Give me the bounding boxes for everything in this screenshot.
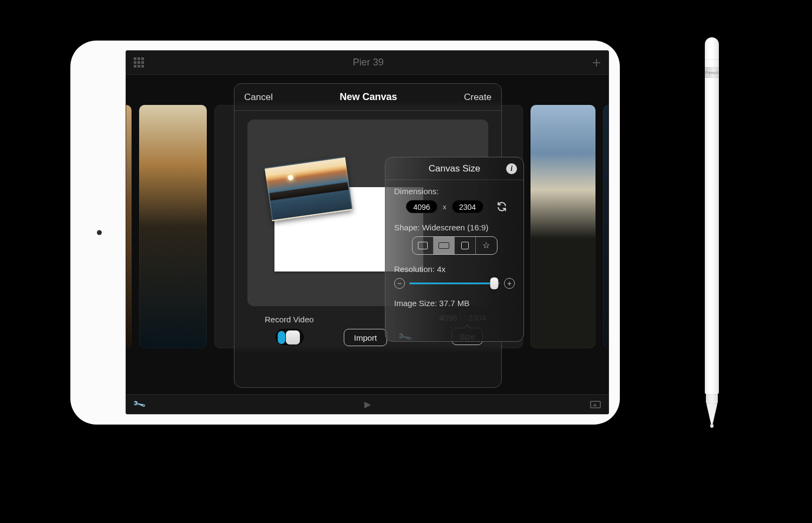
imported-photo-thumb[interactable] [265, 156, 352, 221]
record-video-toggle[interactable] [276, 329, 304, 345]
gallery-grid-icon[interactable] [134, 57, 145, 68]
height-input[interactable]: 2304 [452, 200, 483, 213]
modal-title: New Canvas [339, 91, 397, 103]
shape-widescreen-button[interactable] [434, 237, 455, 254]
modal-header: Cancel New Canvas Create [234, 84, 501, 111]
widescreen-icon [438, 242, 449, 249]
pencil-tip [706, 404, 717, 428]
slider-track [409, 283, 500, 284]
dimension-x-label: x [443, 203, 447, 211]
gallery-thumb[interactable] [531, 105, 595, 348]
gallery-thumb[interactable] [139, 105, 207, 348]
gallery-thumb[interactable] [603, 105, 608, 348]
square-icon [461, 242, 469, 249]
pencil-band-text: Pencil [705, 70, 719, 75]
canvas-size-popover: Canvas Size i Dimensions: 4096 x 2304 [385, 157, 524, 342]
tools-wrench-icon[interactable]: 🔧 [132, 397, 147, 411]
resolution-slider[interactable] [409, 278, 500, 289]
swap-dimensions-icon[interactable] [496, 201, 507, 212]
shape-standard-button[interactable] [412, 237, 434, 254]
resolution-minus-button[interactable]: − [394, 278, 405, 289]
resolution-plus-button[interactable]: + [504, 278, 515, 289]
star-icon: ☆ [482, 241, 490, 250]
record-video-label: Record Video [265, 315, 314, 324]
app-bottombar: 🔧 ▶ [126, 394, 608, 414]
play-icon[interactable]: ▶ [364, 399, 371, 409]
apple-pencil: Pencil [703, 37, 721, 432]
project-title: Pier 39 [353, 57, 384, 68]
create-button[interactable]: Create [464, 92, 492, 103]
ipad-device-frame: Pier 39 + Cancel New Canvas Create [70, 41, 620, 425]
pencil-cap [705, 37, 719, 60]
shape-segmented-control: ☆ [412, 236, 497, 255]
rectangle-icon [418, 242, 428, 249]
app-topbar: Pier 39 + [126, 51, 608, 75]
shape-custom-button[interactable]: ☆ [476, 237, 496, 254]
shape-label: Shape: Widescreen (16:9) [394, 223, 515, 232]
sun-icon [287, 175, 293, 181]
resolution-label: Resolution: 4x [394, 264, 515, 274]
dimensions-label: Dimensions: [394, 187, 515, 196]
popover-header: Canvas Size i [385, 157, 523, 180]
dimensions-row: 4096 x 2304 [406, 200, 515, 213]
import-button[interactable]: Import [344, 329, 387, 346]
toggle-track [278, 331, 285, 344]
shape-square-button[interactable] [455, 237, 476, 254]
pencil-body [705, 37, 719, 394]
slider-thumb[interactable] [490, 277, 498, 289]
width-input[interactable]: 4096 [406, 200, 437, 213]
toggle-knob [286, 330, 300, 345]
add-icon[interactable]: + [592, 55, 601, 70]
popover-title: Canvas Size [429, 163, 480, 174]
cancel-button[interactable]: Cancel [244, 92, 273, 103]
resolution-slider-row: − + [394, 278, 515, 289]
pencil-neck [706, 394, 718, 405]
image-size-label: Image Size: 37.7 MB [394, 299, 515, 308]
info-icon[interactable]: i [506, 163, 517, 174]
picture-icon[interactable] [590, 401, 601, 408]
app-screen: Pier 39 + Cancel New Canvas Create [126, 50, 609, 414]
gallery-thumb[interactable] [126, 105, 132, 348]
ipad-camera [97, 230, 102, 235]
import-button-label: Import [354, 333, 377, 342]
pencil-band: Pencil [705, 67, 719, 78]
